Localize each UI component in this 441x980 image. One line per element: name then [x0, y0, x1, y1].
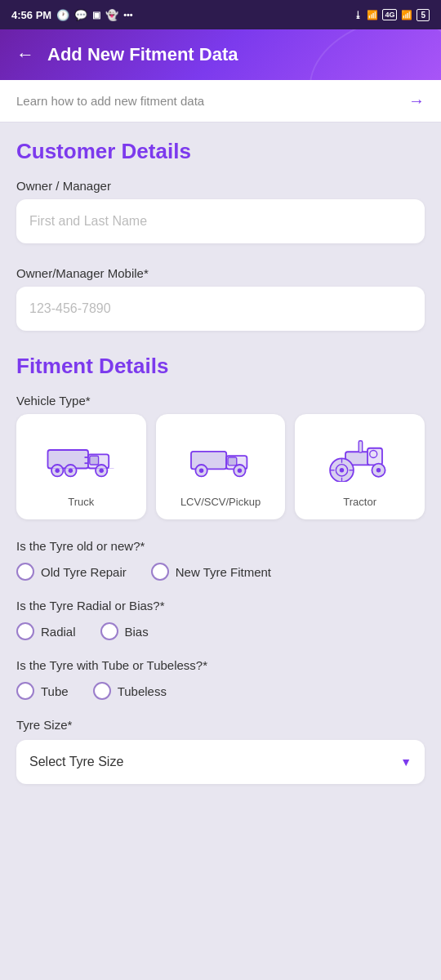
mobile-field-group: Owner/Manager Mobile*: [16, 266, 425, 345]
svg-rect-20: [359, 441, 363, 452]
svg-point-31: [376, 468, 380, 472]
customer-details-title: Customer Details: [16, 139, 425, 164]
tyre-age-question: Is the Tyre old or new?*: [16, 539, 425, 553]
tyre-size-dropdown[interactable]: Select Tyre Size ▼: [16, 740, 425, 784]
tyre-tube-section: Is the Tyre with Tube or Tubeless?* Tube…: [16, 658, 425, 700]
radio-old-tyre-circle: [16, 563, 34, 581]
fitment-details-title: Fitment Details: [16, 354, 425, 379]
tractor-icon: [303, 429, 416, 486]
radio-tubeless-circle: [93, 682, 111, 700]
vehicle-type-grid: Truck: [16, 414, 425, 519]
vehicle-card-lcv[interactable]: LCV/SCV/Pickup: [156, 414, 286, 519]
page-title: Add New Fitment Data: [47, 44, 238, 65]
svg-point-25: [339, 468, 343, 472]
tractor-label: Tractor: [343, 496, 376, 508]
mobile-label: Owner/Manager Mobile*: [16, 266, 425, 280]
customer-details-section: Customer Details Owner / Manager Owner/M…: [16, 139, 425, 345]
radio-new-tyre[interactable]: New Tyre Fitment: [151, 563, 271, 581]
truck-label: Truck: [68, 496, 94, 508]
fitment-details-section: Fitment Details Vehicle Type*: [16, 354, 425, 784]
owner-label: Owner / Manager: [16, 179, 425, 193]
radio-new-tyre-circle: [151, 563, 169, 581]
signal2-icon: 📶: [401, 10, 412, 20]
radio-bias[interactable]: Bias: [100, 622, 149, 640]
radio-tube[interactable]: Tube: [16, 682, 69, 700]
svg-rect-14: [228, 457, 237, 466]
radio-tubeless[interactable]: Tubeless: [93, 682, 167, 700]
tyre-type-options: Radial Bias: [16, 622, 425, 640]
back-button[interactable]: ←: [16, 46, 34, 64]
svg-point-8: [69, 469, 73, 473]
dropdown-arrow-icon: ▼: [400, 755, 412, 768]
truck-icon: [24, 429, 138, 486]
tyre-age-options: Old Tyre Repair New Tyre Fitment: [16, 563, 425, 581]
radio-tube-label: Tube: [41, 684, 69, 698]
svg-point-18: [238, 469, 242, 473]
owner-input[interactable]: [16, 199, 425, 243]
more-icon: •••: [123, 10, 133, 20]
signal-icon: 📶: [367, 10, 378, 20]
tyre-size-section: Tyre Size* Select Tyre Size ▼: [16, 718, 425, 784]
tyre-type-section: Is the Tyre Radial or Bias?* Radial Bias: [16, 599, 425, 640]
radio-bias-circle: [100, 622, 118, 640]
page-header: ← Add New Fitment Data: [0, 29, 441, 80]
radio-new-tyre-label: New Tyre Fitment: [176, 565, 271, 579]
radio-tubeless-label: Tubeless: [118, 684, 167, 698]
owner-field-group: Owner / Manager: [16, 179, 425, 258]
status-bar: 4:56 PM 🕐 💬 ▣ 👻 ••• ⭳ 📶 4G 📶 5: [0, 0, 441, 29]
radio-radial[interactable]: Radial: [16, 622, 76, 640]
svg-point-10: [100, 469, 104, 473]
message-icon: ▣: [92, 10, 100, 20]
svg-point-16: [199, 469, 203, 473]
bluetooth-icon: ⭳: [354, 10, 363, 20]
radio-tube-circle: [16, 682, 34, 700]
radio-bias-label: Bias: [125, 625, 149, 639]
mobile-input[interactable]: [16, 287, 425, 331]
svg-rect-2: [90, 456, 99, 465]
battery-icon: 5: [416, 9, 430, 21]
vehicle-type-label: Vehicle Type*: [16, 394, 425, 408]
snapchat-icon: 👻: [105, 9, 118, 21]
time-display: 4:56 PM: [11, 9, 51, 21]
tyre-age-section: Is the Tyre old or new?* Old Tyre Repair…: [16, 539, 425, 581]
tyre-type-question: Is the Tyre Radial or Bias?*: [16, 599, 425, 612]
main-content: Customer Details Owner / Manager Owner/M…: [0, 122, 441, 800]
radio-radial-label: Radial: [41, 625, 76, 639]
lcv-icon: [164, 429, 278, 486]
svg-point-6: [56, 469, 60, 473]
whatsapp-icon: 💬: [74, 9, 87, 21]
status-icons-area: ⭳ 📶 4G 📶 5: [354, 9, 430, 21]
learn-banner[interactable]: Learn how to add new fitment data →: [0, 80, 441, 122]
tyre-tube-question: Is the Tyre with Tube or Tubeless?*: [16, 658, 425, 672]
tyre-tube-options: Tube Tubeless: [16, 682, 425, 700]
alarm-icon: 🕐: [56, 9, 69, 21]
radio-radial-circle: [16, 622, 34, 640]
status-time-area: 4:56 PM 🕐 💬 ▣ 👻 •••: [11, 9, 133, 21]
learn-text: Learn how to add new fitment data: [16, 94, 204, 108]
radio-old-tyre[interactable]: Old Tyre Repair: [16, 563, 127, 581]
vehicle-card-tractor[interactable]: Tractor: [295, 414, 425, 519]
tyre-size-label: Tyre Size*: [16, 718, 425, 732]
radio-old-tyre-label: Old Tyre Repair: [41, 565, 127, 579]
vehicle-card-truck[interactable]: Truck: [16, 414, 146, 519]
network-4g-icon: 4G: [382, 9, 397, 20]
learn-arrow-icon: →: [408, 91, 425, 110]
lcv-label: LCV/SCV/Pickup: [180, 496, 261, 508]
tyre-size-placeholder: Select Tyre Size: [29, 755, 123, 769]
